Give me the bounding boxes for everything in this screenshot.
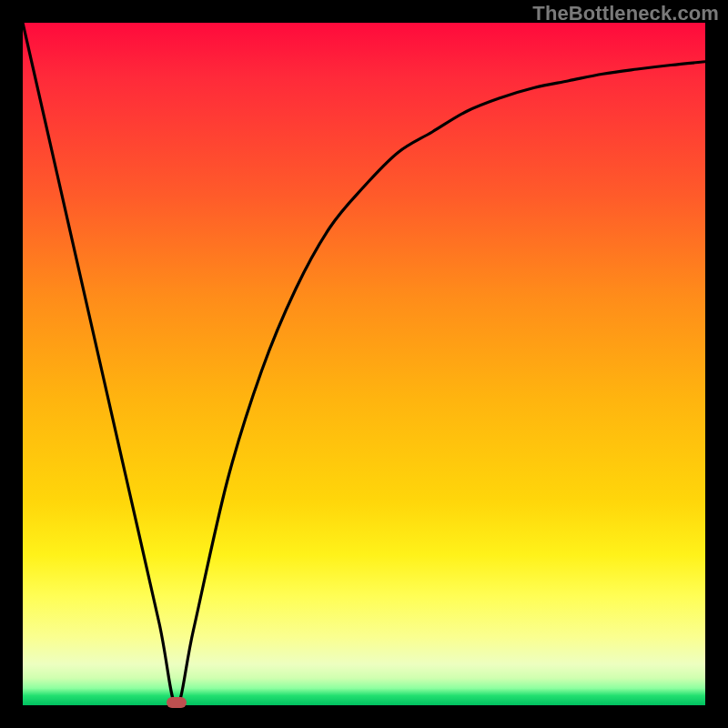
bottleneck-curve — [23, 23, 705, 705]
optimal-point-marker — [167, 697, 187, 708]
plot-area — [23, 23, 705, 705]
curve-svg — [23, 23, 705, 705]
chart-container: TheBottleneck.com — [0, 0, 728, 728]
watermark-text: TheBottleneck.com — [532, 2, 719, 25]
